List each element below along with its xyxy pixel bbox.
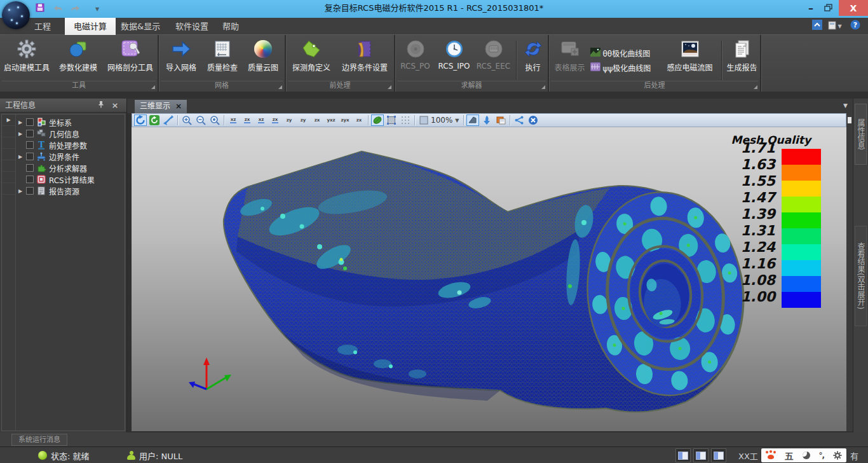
generate-report-button[interactable]: 生成报告 [724,38,760,73]
rcs-po-button[interactable]: RCS_PO [397,38,435,71]
ime-punctuation-button[interactable]: °, [819,451,825,460]
theta-polarization-curve-button[interactable]: θθ极化曲线图 [590,48,661,59]
group-expand-icon[interactable] [388,85,391,89]
mesh-partition-tool-button[interactable]: 网格剖分工具 [104,38,157,73]
layout-right-button[interactable] [711,448,726,462]
launch-modeling-tool-button[interactable]: 启动建模工具 [1,38,53,73]
psi-polarization-curve-button[interactable]: ψψ极化曲线图 [590,62,661,73]
tab-em-compute[interactable]: 电磁计算 [65,18,116,35]
view-zx-button[interactable]: zx [241,114,254,126]
view-xz-button[interactable]: xz [227,114,240,126]
group-expand-icon[interactable] [278,85,282,89]
checkbox[interactable] [26,141,34,149]
share-link-button[interactable] [513,114,526,126]
import-mesh-button[interactable]: 导入网格 [160,38,202,73]
checkbox[interactable] [26,118,34,126]
expand-icon[interactable]: ▶ [17,120,24,125]
rcs-ipo-button[interactable]: RCS_IPO [435,38,474,71]
checkbox[interactable] [26,130,34,137]
view-zy-button[interactable]: zy [283,114,295,126]
group-expand-icon[interactable] [151,85,155,89]
restore-button[interactable] [820,0,837,15]
points-mode-button[interactable] [399,114,412,126]
tab-view-results[interactable]: 查看结果(双击展开) [855,226,867,326]
expand-icon[interactable]: ▶ [17,154,24,160]
viewport-scrollbar[interactable] [846,113,853,431]
view-zy2-button[interactable]: zy [297,114,309,126]
checkbox[interactable] [26,176,34,183]
view-iso4-button[interactable]: zx [353,114,365,126]
zoom-in-button[interactable] [180,114,193,126]
parametric-modeling-button[interactable]: 参数化建模 [53,38,104,73]
table-display-button[interactable]: 表格展示 [550,38,590,73]
view-iso2-button[interactable]: yxz [325,114,337,126]
scene-manager-button[interactable] [494,114,507,126]
orbit-button[interactable] [148,114,161,126]
ime-toolbar[interactable]: 五 °, [761,448,846,462]
group-expand-icon[interactable] [754,85,757,89]
expand-icon[interactable]: ▶ [17,188,24,194]
tree-item-preprocess-params[interactable]: T 前处理参数 [17,139,87,151]
view-zx2-button[interactable]: zx [269,114,281,126]
close-view-button[interactable] [527,114,539,126]
tree-item-solver[interactable]: 分析求解器 [17,162,87,174]
tree-item-boundary-condition[interactable]: ▶ 边界条件 [17,151,79,162]
view-iso1-button[interactable]: zx [311,114,323,126]
viewport-3d[interactable]: Mesh Quality 1.711.63 1.551.47 1.391.31 … [132,127,846,431]
checkbox[interactable] [26,187,34,195]
layout-center-button[interactable] [693,448,709,462]
preprocess-params-icon: T [36,140,46,150]
close-button[interactable]: X [839,0,868,16]
checkbox[interactable] [26,164,34,172]
tab-settings[interactable]: 软件设置 [166,18,217,35]
boundary-condition-settings-button[interactable]: 边界条件设置 [336,38,393,73]
tab-3d-display[interactable]: 三维显示× [135,100,187,113]
shaded-mode-button[interactable] [371,114,384,126]
tree-item-coordinate-system[interactable]: ▶ 坐标系 [17,116,72,128]
ime-mode-button[interactable]: 五 [785,449,794,462]
ime-settings-gear-icon[interactable] [833,451,842,460]
tab-list-dropdown[interactable]: ▼ [843,102,848,109]
app-logo[interactable] [2,1,30,29]
expand-icon[interactable]: ▶ [17,131,24,137]
group-expand-icon[interactable] [541,85,545,89]
zoom-out-button[interactable] [194,114,207,126]
solver-icon [36,163,46,173]
tab-data-display[interactable]: 数据&显示 [112,18,169,35]
close-icon[interactable]: × [110,100,120,111]
system-message-tab[interactable]: 系统运行消息 [11,434,67,446]
layout-left-button[interactable] [675,448,691,462]
tab-property-info[interactable]: 属性信息 [855,104,867,165]
gutter-arrow[interactable]: ▶ [2,114,15,126]
execute-button[interactable]: 执行 [519,38,547,73]
view-iso3-button[interactable]: zyx [339,114,351,126]
tab-help[interactable]: 帮助 [214,18,248,35]
rcs-eec-button[interactable]: RCS_EEC [474,38,513,71]
tree-item-geometry-info[interactable]: ▶ 几何信息 [17,128,79,139]
view-xz2-button[interactable]: xz [255,114,268,126]
previous-view-button[interactable] [466,114,479,126]
wireframe-mode-button[interactable] [385,114,398,126]
ime-logo-paw-icon[interactable] [766,451,776,460]
rotate-button[interactable] [134,114,147,126]
quality-check-button[interactable]: 质量检查 [202,38,243,73]
collapse-ribbon-button[interactable] [811,20,824,32]
tree-item-report-resource[interactable]: ▶ 报告资源 [17,185,79,197]
pan-button[interactable] [162,114,175,126]
project-info-panel: 工程信息 × ▶ ▶ 坐标系 ▶ 几何信息 T 前处理参数 [0,99,127,432]
tab-project[interactable]: 工程 [25,18,60,35]
zoom-level-select[interactable]: 100% ▼ [417,116,461,125]
probe-angle-define-button[interactable]: 探测角定义 [287,38,336,73]
tree-item-rcs-result[interactable]: RCS计算结果 [17,174,95,185]
induced-current-map-button[interactable]: 感应电磁流图 [661,38,719,73]
checkbox[interactable] [26,153,34,160]
minimize-button[interactable]: – [802,0,820,15]
pin-icon[interactable] [96,100,106,111]
view-down-button[interactable] [480,114,493,126]
close-tab-icon[interactable]: × [175,102,182,111]
quality-cloud-button[interactable]: 质量云图 [243,38,283,73]
help-button[interactable]: ? [849,20,862,32]
window-style-button[interactable]: ▼ [826,20,844,32]
ime-fullhalf-moon-icon[interactable] [803,452,810,459]
zoom-fit-button[interactable] [208,114,221,126]
